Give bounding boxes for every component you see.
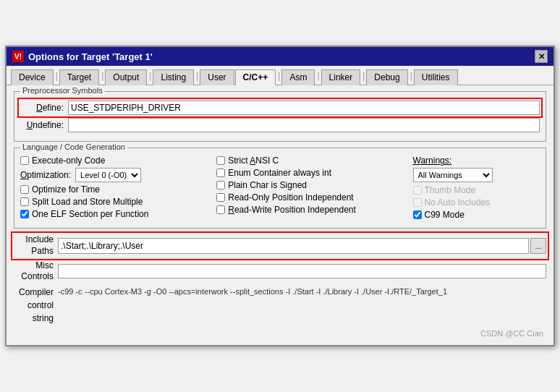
strict-ansi-checkbox[interactable] xyxy=(216,156,225,165)
execute-only-checkbox[interactable] xyxy=(20,156,29,165)
optimization-row: Optimization: Level 0 (-O0) Level 1 (-O1… xyxy=(20,168,211,182)
split-load-row: Split Load and Store Multiple xyxy=(20,197,211,207)
language-group-label: Language / Code Generation xyxy=(20,142,127,151)
plain-char-row: Plain Char is Signed xyxy=(216,180,407,190)
compiler-control-value: -c99 -c --cpu Cortex-M3 -g -O0 --apcs=in… xyxy=(58,286,546,298)
mid-column: Strict ANSI C Enum Container always int … xyxy=(216,155,407,222)
undefine-row: Undefine: xyxy=(20,118,540,132)
include-paths-label: IncludePaths xyxy=(14,234,54,257)
dialog-title: Options for Target 'Target 1' xyxy=(28,51,153,62)
read-write-label: Read-Write Position Independent xyxy=(228,205,356,215)
enum-container-label: Enum Container always int xyxy=(228,168,331,178)
misc-controls-input[interactable] xyxy=(58,264,546,278)
read-only-row: Read-Only Position Independent xyxy=(216,192,407,203)
optimize-time-checkbox[interactable] xyxy=(20,185,29,194)
tab-debug[interactable]: Debug xyxy=(366,69,407,85)
title-bar: V! Options for Target 'Target 1' ✕ xyxy=(7,47,553,66)
preprocessor-group: Preprocessor Symbols Define: Undefine: xyxy=(14,91,546,142)
optimization-select[interactable]: Level 0 (-O0) Level 1 (-O1) Level 2 (-O2… xyxy=(75,168,141,182)
preprocessor-group-label: Preprocessor Symbols xyxy=(20,86,105,95)
plain-char-checkbox[interactable] xyxy=(216,181,225,189)
tab-bar: Device | Target | Output | Listing | Use… xyxy=(7,66,553,85)
undefine-label: Undefine: xyxy=(20,120,64,130)
optimize-time-row: Optimize for Time xyxy=(20,184,211,195)
enum-container-row: Enum Container always int xyxy=(216,168,407,178)
no-auto-includes-row: No Auto Includes xyxy=(413,197,540,208)
compiler-control-label: Compilercontrolstring xyxy=(14,286,54,325)
tab-asm[interactable]: Asm xyxy=(281,69,315,85)
strict-ansi-label: Strict ANSI C xyxy=(228,155,279,166)
tab-device[interactable]: Device xyxy=(11,69,54,85)
split-load-label: Split Load and Store Multiple xyxy=(32,197,143,207)
plain-char-label: Plain Char is Signed xyxy=(228,180,307,190)
app-icon: V! xyxy=(12,51,24,62)
c99-mode-checkbox[interactable] xyxy=(413,210,422,219)
execute-only-label: Execute-only Code xyxy=(32,155,105,166)
title-bar-left: V! Options for Target 'Target 1' xyxy=(12,51,153,62)
split-load-checkbox[interactable] xyxy=(20,197,29,206)
one-elf-label: One ELF Section per Function xyxy=(32,209,148,219)
close-button[interactable]: ✕ xyxy=(535,50,548,63)
misc-controls-label: MiscControls xyxy=(14,260,54,283)
right-column: Warnings: All Warnings No Warnings Thumb… xyxy=(413,155,540,222)
define-label: Define: xyxy=(20,103,64,113)
execute-only-row: Execute-only Code xyxy=(20,155,211,166)
one-elf-checkbox[interactable] xyxy=(20,210,29,218)
tab-utilities[interactable]: Utilities xyxy=(414,69,458,85)
language-group: Language / Code Generation Execute-only … xyxy=(14,148,546,229)
no-auto-includes-label: No Auto Includes xyxy=(425,197,491,208)
warnings-label: Warnings: xyxy=(413,155,540,166)
warnings-select[interactable]: All Warnings No Warnings xyxy=(413,168,493,182)
thumb-mode-label: Thumb Mode xyxy=(425,185,476,195)
one-elf-row: One ELF Section per Function xyxy=(20,209,211,219)
define-input[interactable] xyxy=(68,101,540,115)
c99-mode-row: C99 Mode xyxy=(413,210,540,220)
include-paths-browse-button[interactable]: ... xyxy=(530,238,546,254)
compiler-control-row: Compilercontrolstring -c99 -c --cpu Cort… xyxy=(14,286,546,325)
tab-linker[interactable]: Linker xyxy=(321,69,361,85)
misc-controls-row: MiscControls xyxy=(14,260,546,283)
optimization-label: Optimization: xyxy=(20,170,71,180)
optimize-time-label: Optimize for Time xyxy=(32,184,100,195)
content-area: Preprocessor Symbols Define: Undefine: L… xyxy=(7,85,553,344)
enum-container-checkbox[interactable] xyxy=(216,169,225,177)
strict-ansi-row: Strict ANSI C xyxy=(216,155,407,166)
left-column: Execute-only Code Optimization: Level 0 … xyxy=(20,155,211,222)
tab-user[interactable]: User xyxy=(200,69,234,85)
read-write-checkbox[interactable] xyxy=(216,205,225,214)
read-only-checkbox[interactable] xyxy=(216,193,225,202)
no-auto-includes-checkbox[interactable] xyxy=(413,198,422,207)
tab-cpp[interactable]: C/C++ xyxy=(235,69,276,85)
read-write-row: Read-Write Position Independent xyxy=(216,205,407,215)
tab-output[interactable]: Output xyxy=(105,69,147,85)
read-only-label: Read-Only Position Independent xyxy=(228,192,353,203)
define-row: Define: xyxy=(20,101,540,115)
c99-mode-label: C99 Mode xyxy=(425,210,464,220)
thumb-mode-checkbox[interactable] xyxy=(413,186,422,195)
tab-listing[interactable]: Listing xyxy=(153,69,194,85)
include-paths-row: IncludePaths ... xyxy=(14,234,546,257)
watermark: CSDN @CC Cian xyxy=(14,328,546,339)
tab-target[interactable]: Target xyxy=(59,69,99,85)
options-dialog: V! Options for Target 'Target 1' ✕ Devic… xyxy=(5,46,555,346)
undefine-input[interactable] xyxy=(68,118,540,132)
include-paths-input[interactable] xyxy=(58,238,529,254)
thumb-mode-row: Thumb Mode xyxy=(413,185,540,195)
